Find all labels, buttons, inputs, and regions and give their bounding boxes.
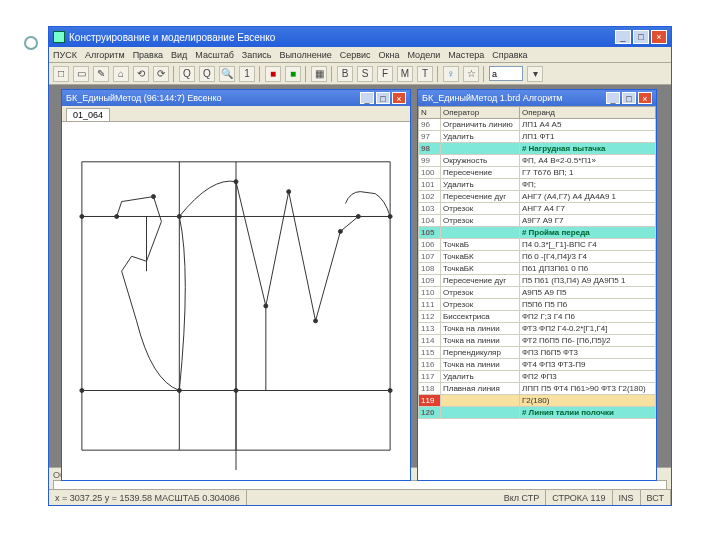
menu-start[interactable]: ПУСК bbox=[53, 50, 77, 60]
cell-operand: # Пройма переда bbox=[519, 227, 655, 239]
tool-home-icon[interactable]: ⌂ bbox=[113, 66, 129, 82]
table-row[interactable]: 106ТочкаБП4 0.3*[_Г1]-ВПС Г4 bbox=[419, 239, 656, 251]
menu-edit[interactable]: Правка bbox=[133, 50, 163, 60]
svg-point-25 bbox=[388, 388, 392, 392]
tool-open-icon[interactable]: ▭ bbox=[73, 66, 89, 82]
menubar: ПУСК Алгоритм Правка Вид Масштаб Запись … bbox=[49, 47, 671, 63]
cell-operand: Г2(180) bbox=[519, 395, 655, 407]
cell-operator: Удалить bbox=[441, 179, 520, 191]
svg-point-21 bbox=[356, 214, 360, 218]
algorithm-titlebar: БК_ЕдиныйМетод 1.brd Алгоритм _ □ × bbox=[418, 90, 656, 106]
tool-m-icon[interactable]: M bbox=[397, 66, 413, 82]
table-row[interactable]: 100ПересечениеГ7 Т676 ВП; 1 bbox=[419, 167, 656, 179]
cell-operand: П5 П61 (П3,П4) А9 ДА9П5 1 bbox=[519, 275, 655, 287]
cell-operand: # Нагрудная вытачка bbox=[519, 143, 655, 155]
maximize-button[interactable]: □ bbox=[633, 30, 649, 44]
table-row[interactable]: 111ОтрезокП5П6 П5 П6 bbox=[419, 299, 656, 311]
tool-zoomin-icon[interactable]: Q bbox=[179, 66, 195, 82]
menu-view[interactable]: Вид bbox=[171, 50, 187, 60]
tool-undo-icon[interactable]: ⟲ bbox=[133, 66, 149, 82]
cell-operand: ФП3 П6П5 ФТ3 bbox=[519, 347, 655, 359]
statusbar: x = 3037.25 y = 1539.58 МАСШТАБ 0.304086… bbox=[49, 489, 671, 505]
algorithm-table-scroll[interactable]: N Оператор Операнд 96Ограничить линиюЛП1… bbox=[418, 106, 656, 480]
menu-scale[interactable]: Масштаб bbox=[195, 50, 234, 60]
cell-operand: ЛП1 А4 А5 bbox=[519, 119, 655, 131]
drawing-min-button[interactable]: _ bbox=[360, 92, 374, 104]
menu-help[interactable]: Справка bbox=[492, 50, 527, 60]
menu-models[interactable]: Модели bbox=[408, 50, 441, 60]
cell-n: 96 bbox=[419, 119, 441, 131]
table-row[interactable]: 105# Пройма переда bbox=[419, 227, 656, 239]
col-operator[interactable]: Оператор bbox=[441, 107, 520, 119]
menu-algorithm[interactable]: Алгоритм bbox=[85, 50, 125, 60]
col-n[interactable]: N bbox=[419, 107, 441, 119]
table-row[interactable]: 114Точка на линииФТ2 П6П5 П6- [П6,П5]/2 bbox=[419, 335, 656, 347]
cell-operand: ЛП1 ФТ1 bbox=[519, 131, 655, 143]
tool-zoomfit-icon[interactable]: 🔍 bbox=[219, 66, 235, 82]
col-operand[interactable]: Операнд bbox=[519, 107, 655, 119]
table-row[interactable]: 104ОтрезокА9Г7 А9 Г7 bbox=[419, 215, 656, 227]
table-row[interactable]: 102Пересечение дугАНГ7 (А4,Г7) А4 ДА4А9 … bbox=[419, 191, 656, 203]
minimize-button[interactable]: _ bbox=[615, 30, 631, 44]
tool-s-icon[interactable]: S bbox=[357, 66, 373, 82]
table-row[interactable]: 101УдалитьФП; bbox=[419, 179, 656, 191]
algorithm-min-button[interactable]: _ bbox=[606, 92, 620, 104]
table-row[interactable]: 120# Линия талии полочки bbox=[419, 407, 656, 419]
tool-zoomout-icon[interactable]: Q bbox=[199, 66, 215, 82]
menu-record[interactable]: Запись bbox=[242, 50, 272, 60]
cell-n: 101 bbox=[419, 179, 441, 191]
menu-run[interactable]: Выполнение bbox=[279, 50, 331, 60]
cell-n: 114 bbox=[419, 335, 441, 347]
table-row[interactable]: 115ПерпендикулярФП3 П6П5 ФТ3 bbox=[419, 347, 656, 359]
drawing-max-button[interactable]: □ bbox=[376, 92, 390, 104]
tool-run-icon[interactable]: ■ bbox=[285, 66, 301, 82]
table-row[interactable]: 107ТочкаБКП6 0 -[Г4,П4]/3 Г4 bbox=[419, 251, 656, 263]
cell-operator: Точка на линии bbox=[441, 323, 520, 335]
table-row[interactable]: 97УдалитьЛП1 ФТ1 bbox=[419, 131, 656, 143]
drawing-tabstrip: 01_064 bbox=[62, 106, 410, 122]
cell-operator: Пересечение дуг bbox=[441, 275, 520, 287]
table-row[interactable]: 109Пересечение дугП5 П61 (П3,П4) А9 ДА9П… bbox=[419, 275, 656, 287]
tool-grid-icon[interactable]: ▦ bbox=[311, 66, 327, 82]
tool-figure-icon[interactable]: ♀ bbox=[443, 66, 459, 82]
table-row[interactable]: 116Точка на линииФТ4 ФП3 ФТ3-П9 bbox=[419, 359, 656, 371]
algorithm-max-button[interactable]: □ bbox=[622, 92, 636, 104]
table-row[interactable]: 99ОкружностьФП, А4 В«2-0.5*П1» bbox=[419, 155, 656, 167]
tool-t-icon[interactable]: T bbox=[417, 66, 433, 82]
menu-masters[interactable]: Мастера bbox=[448, 50, 484, 60]
tool-redo-icon[interactable]: ⟳ bbox=[153, 66, 169, 82]
cell-n: 108 bbox=[419, 263, 441, 275]
table-row[interactable]: 117УдалитьФП2 ФП3 bbox=[419, 371, 656, 383]
tool-new-icon[interactable]: □ bbox=[53, 66, 69, 82]
table-row[interactable]: 108ТочкаБКП61 ДП3П61 0 П6 bbox=[419, 263, 656, 275]
cell-n: 100 bbox=[419, 167, 441, 179]
cell-n: 98 bbox=[419, 143, 441, 155]
tool-zoom100-icon[interactable]: 1 bbox=[239, 66, 255, 82]
menu-windows[interactable]: Окна bbox=[379, 50, 400, 60]
app-icon bbox=[53, 31, 65, 43]
sep bbox=[173, 66, 175, 82]
table-row[interactable]: 112БиссектрисаФП2 Г;3 Г4 П6 bbox=[419, 311, 656, 323]
drawing-tab[interactable]: 01_064 bbox=[66, 108, 110, 121]
table-row[interactable]: 96Ограничить линиюЛП1 А4 А5 bbox=[419, 119, 656, 131]
tool-b-icon[interactable]: B bbox=[337, 66, 353, 82]
drawing-close-button[interactable]: × bbox=[392, 92, 406, 104]
tool-star-icon[interactable]: ☆ bbox=[463, 66, 479, 82]
tool-dropdown-icon[interactable]: ▾ bbox=[527, 66, 543, 82]
table-row[interactable]: 103ОтрезокАНГ7 А4 Г7 bbox=[419, 203, 656, 215]
cell-n: 113 bbox=[419, 323, 441, 335]
drawing-canvas[interactable] bbox=[62, 122, 410, 480]
toolbar-field[interactable] bbox=[489, 66, 523, 81]
tool-stop-icon[interactable]: ■ bbox=[265, 66, 281, 82]
close-button[interactable]: × bbox=[651, 30, 667, 44]
table-row[interactable]: 98# Нагрудная вытачка bbox=[419, 143, 656, 155]
status-coords: x = 3037.25 y = 1539.58 МАСШТАБ 0.304086 bbox=[49, 490, 247, 505]
table-row[interactable]: 119Г2(180) bbox=[419, 395, 656, 407]
table-row[interactable]: 118Плавная линияЛПП П5 ФТ4 П61>90 ФТ3 Г2… bbox=[419, 383, 656, 395]
menu-service[interactable]: Сервис bbox=[340, 50, 371, 60]
table-row[interactable]: 113Точка на линииФТ3 ФП2 Г4-0.2*[Г1,Г4] bbox=[419, 323, 656, 335]
algorithm-close-button[interactable]: × bbox=[638, 92, 652, 104]
tool-f-icon[interactable]: F bbox=[377, 66, 393, 82]
table-row[interactable]: 110ОтрезокА9П5 А9 П5 bbox=[419, 287, 656, 299]
tool-edit-icon[interactable]: ✎ bbox=[93, 66, 109, 82]
